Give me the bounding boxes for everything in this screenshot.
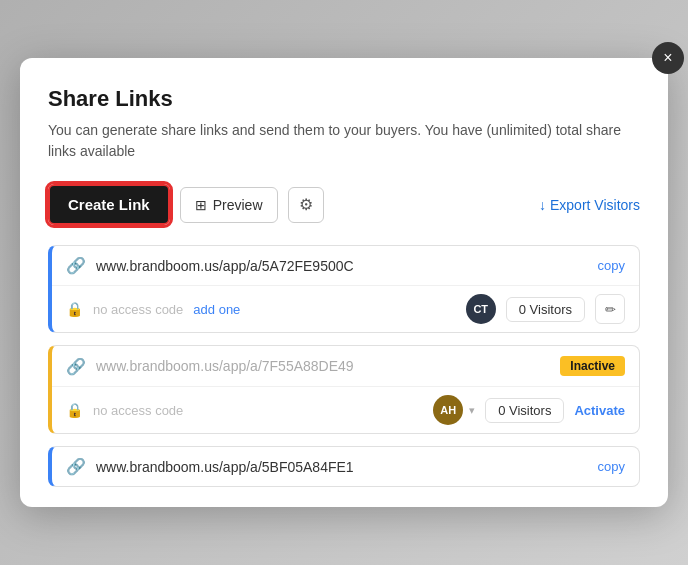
inactive-badge: Inactive	[560, 356, 625, 376]
access-code-row: 🔒 no access code add one CT 0 Visitors ✏	[52, 286, 639, 332]
activate-button[interactable]: Activate	[574, 403, 625, 418]
access-code-text: no access code	[93, 302, 183, 317]
link-url-row: 🔗 www.brandboom.us/app/a/7F55A88DE49 Ina…	[52, 346, 639, 387]
avatar: AH	[433, 395, 463, 425]
visitors-count: 0 Visitors	[506, 297, 585, 322]
link-url-row: 🔗 www.brandboom.us/app/a/5A72FE9500C cop…	[52, 246, 639, 286]
link-url-text: www.brandboom.us/app/a/5A72FE9500C	[96, 258, 588, 274]
link-card: 🔗 www.brandboom.us/app/a/5A72FE9500C cop…	[48, 245, 640, 333]
create-link-button[interactable]: Create Link	[48, 184, 170, 225]
dropdown-arrow-icon[interactable]: ▾	[469, 404, 475, 417]
link-chain-icon: 🔗	[66, 256, 86, 275]
export-visitors-link[interactable]: ↓ Export Visitors	[539, 197, 640, 213]
settings-button[interactable]: ⚙	[288, 187, 324, 223]
toolbar: Create Link ⊞ Preview ⚙ ↓ Export Visitor…	[48, 184, 640, 225]
modal-description: You can generate share links and send th…	[48, 120, 640, 162]
gear-icon: ⚙	[299, 195, 313, 214]
edit-button[interactable]: ✏	[595, 294, 625, 324]
close-button[interactable]: ×	[652, 42, 684, 74]
copy-button[interactable]: copy	[598, 459, 625, 474]
pencil-icon: ✏	[605, 302, 616, 317]
visitors-count: 0 Visitors	[485, 398, 564, 423]
link-url-row: 🔗 www.brandboom.us/app/a/5BF05A84FE1 cop…	[52, 447, 639, 486]
access-code-row: 🔒 no access code AH ▾ 0 Visitors Activat…	[52, 387, 639, 433]
links-list: 🔗 www.brandboom.us/app/a/5A72FE9500C cop…	[48, 245, 640, 487]
copy-button[interactable]: copy	[598, 258, 625, 273]
modal-title: Share Links	[48, 86, 640, 112]
preview-icon: ⊞	[195, 197, 207, 213]
link-chain-icon: 🔗	[66, 357, 86, 376]
link-card: 🔗 www.brandboom.us/app/a/7F55A88DE49 Ina…	[48, 345, 640, 434]
link-card: 🔗 www.brandboom.us/app/a/5BF05A84FE1 cop…	[48, 446, 640, 487]
lock-icon: 🔒	[66, 301, 83, 317]
link-url-text: www.brandboom.us/app/a/5BF05A84FE1	[96, 459, 588, 475]
add-access-code-button[interactable]: add one	[193, 302, 240, 317]
link-url-text: www.brandboom.us/app/a/7F55A88DE49	[96, 358, 550, 374]
overlay: × Share Links You can generate share lin…	[0, 0, 688, 565]
preview-button[interactable]: ⊞ Preview	[180, 187, 278, 223]
link-chain-icon: 🔗	[66, 457, 86, 476]
access-code-text: no access code	[93, 403, 183, 418]
modal: × Share Links You can generate share lin…	[20, 58, 668, 507]
lock-icon: 🔒	[66, 402, 83, 418]
avatar: CT	[466, 294, 496, 324]
